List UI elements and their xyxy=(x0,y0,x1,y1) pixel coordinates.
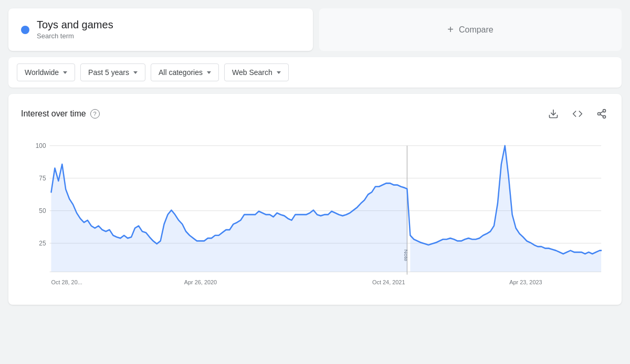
svg-text:25: 25 xyxy=(39,240,46,248)
chart-container: 100 75 50 25 Note Oct 28, 20... Apr 26, … xyxy=(21,132,609,294)
top-bar: Toys and games Search term + Compare xyxy=(8,8,622,51)
share-button[interactable] xyxy=(594,106,609,121)
plus-icon: + xyxy=(447,24,454,36)
help-icon[interactable]: ? xyxy=(90,109,100,119)
search-term-card: Toys and games Search term xyxy=(8,8,313,51)
svg-text:50: 50 xyxy=(39,207,46,215)
chart-title: Interest over time xyxy=(21,109,86,119)
svg-text:Oct 28, 20...: Oct 28, 20... xyxy=(51,279,82,285)
chart-actions xyxy=(546,106,609,121)
search-type-chevron-icon xyxy=(277,71,281,74)
svg-text:75: 75 xyxy=(39,175,46,183)
location-filter[interactable]: Worldwide xyxy=(17,63,75,81)
search-term-text: Toys and games Search term xyxy=(37,19,113,40)
svg-text:Apr 23, 2023: Apr 23, 2023 xyxy=(509,279,542,285)
category-label: All categories xyxy=(159,68,203,77)
category-filter[interactable]: All categories xyxy=(151,63,219,81)
location-label: Worldwide xyxy=(25,68,59,77)
chart-title-group: Interest over time ? xyxy=(21,109,100,119)
time-range-chevron-icon xyxy=(133,71,138,74)
svg-text:Oct 24, 2021: Oct 24, 2021 xyxy=(372,279,405,285)
time-range-label: Past 5 years xyxy=(88,68,129,77)
interest-chart: 100 75 50 25 Note Oct 28, 20... Apr 26, … xyxy=(21,132,609,294)
search-type-filter[interactable]: Web Search xyxy=(224,63,289,81)
chart-card: Interest over time ? xyxy=(8,94,622,305)
chart-header: Interest over time ? xyxy=(21,106,609,121)
time-range-filter[interactable]: Past 5 years xyxy=(80,63,145,81)
download-button[interactable] xyxy=(546,106,561,121)
svg-text:100: 100 xyxy=(36,142,46,150)
search-term-type: Search term xyxy=(37,32,74,40)
compare-label: Compare xyxy=(459,25,494,35)
svg-text:Apr 26, 2020: Apr 26, 2020 xyxy=(184,279,217,285)
svg-line-5 xyxy=(600,111,603,113)
search-term-label: Toys and games xyxy=(37,19,113,31)
compare-button[interactable]: + Compare xyxy=(319,8,622,51)
trend-area xyxy=(51,146,601,272)
category-chevron-icon xyxy=(207,71,211,74)
embed-icon xyxy=(572,109,583,119)
filters-bar: Worldwide Past 5 years All categories We… xyxy=(8,57,622,88)
share-icon xyxy=(596,109,607,119)
svg-line-4 xyxy=(600,114,603,116)
search-term-color-dot xyxy=(21,26,29,34)
download-icon xyxy=(548,109,559,119)
search-type-label: Web Search xyxy=(232,68,272,77)
embed-button[interactable] xyxy=(570,106,585,121)
location-chevron-icon xyxy=(63,71,67,74)
